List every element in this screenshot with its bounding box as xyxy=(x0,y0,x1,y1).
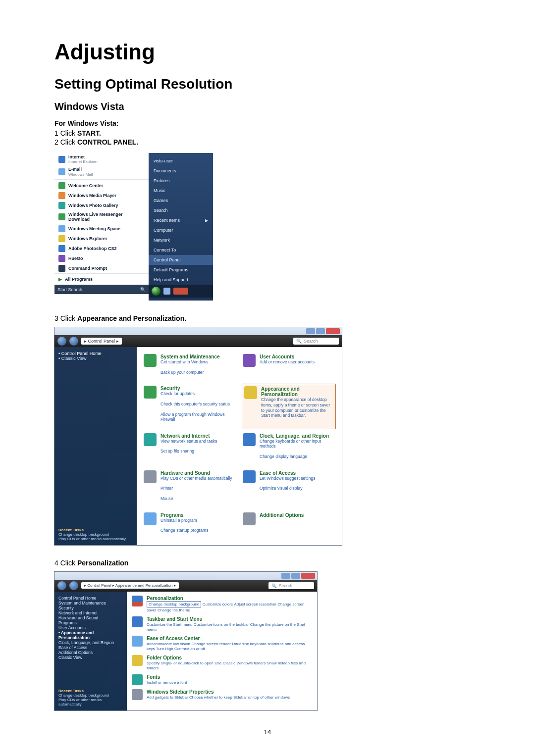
category-link[interactable]: Set up file sharing xyxy=(160,449,217,454)
start-menu-item[interactable]: Windows Explorer xyxy=(54,234,149,244)
category-link[interactable]: Play CDs or other media automatically xyxy=(160,476,232,481)
close-button[interactable] xyxy=(326,328,340,334)
start-menu-item[interactable]: Welcome Center xyxy=(54,181,149,191)
start-orb-icon[interactable] xyxy=(152,287,160,296)
appearance-category[interactable]: FontsInstall or remove a font xyxy=(132,674,312,685)
control-panel-category[interactable]: Additional Options xyxy=(242,510,336,540)
category-personalization[interactable]: PersonalizationChange desktop background… xyxy=(132,596,312,612)
start-menu-right-item[interactable]: Music xyxy=(149,186,213,196)
category-link[interactable]: Change screen reader xyxy=(191,642,231,646)
start-menu-right-item[interactable]: Recent Items▶ xyxy=(149,215,213,225)
appearance-category[interactable]: Ease of Access CenterAccommodate low vis… xyxy=(132,636,312,651)
category-link[interactable]: Get started with Windows xyxy=(160,359,219,365)
sidebar-item[interactable]: Classic View xyxy=(58,655,123,660)
sidebar-item[interactable]: • Classic View xyxy=(58,356,133,361)
sidebar-item[interactable]: Clock, Language, and Region xyxy=(58,640,123,645)
category-link[interactable]: Specify single- or double-click to open xyxy=(147,661,214,665)
sidebar-item[interactable]: Security xyxy=(58,605,123,610)
category-link[interactable]: Change the theme xyxy=(158,608,190,612)
sidebar-item[interactable]: Ease of Access xyxy=(58,645,123,650)
forward-button[interactable] xyxy=(69,337,78,346)
control-panel-category[interactable]: User AccountsAdd or remove user accounts xyxy=(242,352,336,382)
forward-button[interactable] xyxy=(69,581,78,590)
search-input[interactable]: 🔍Search xyxy=(268,582,314,589)
start-menu-right-item[interactable]: Help and Support xyxy=(149,275,213,285)
category-link[interactable]: Check this computer's security status xyxy=(160,402,236,407)
category-link[interactable]: Check for updates xyxy=(160,391,236,397)
start-menu-right-item[interactable]: Games xyxy=(149,196,213,205)
category-link[interactable]: Optimize visual display xyxy=(260,486,315,491)
category-link[interactable]: Printer xyxy=(160,486,232,491)
category-link[interactable]: Customize the Start menu xyxy=(147,622,192,627)
category-link[interactable]: View network status and tasks xyxy=(160,439,217,444)
sidebar-item[interactable]: Programs xyxy=(58,620,123,625)
recent-task-link[interactable]: Play CDs or other media automatically xyxy=(58,698,123,706)
category-link[interactable]: Uninstall a program xyxy=(160,518,208,523)
back-button[interactable] xyxy=(57,337,66,346)
control-panel-category[interactable]: Hardware and SoundPlay CDs or other medi… xyxy=(143,468,237,508)
category-link[interactable]: Back up your computer xyxy=(160,370,219,375)
start-menu-right-item[interactable]: Pictures xyxy=(149,176,213,186)
appearance-category[interactable]: Windows Sidebar PropertiesAdd gadgets to… xyxy=(132,689,312,700)
recent-task-link[interactable]: Change desktop background xyxy=(58,693,123,698)
maximize-button[interactable] xyxy=(291,573,300,579)
start-menu-right-item[interactable]: Computer xyxy=(149,225,213,235)
sidebar-item[interactable]: Hardware and Sound xyxy=(58,615,123,620)
back-button[interactable] xyxy=(57,581,66,590)
start-menu-item[interactable]: Windows Live Messenger Download xyxy=(54,210,149,224)
sidebar-item[interactable]: • Appearance and Personalization xyxy=(58,630,123,640)
breadcrumb[interactable]: ▸ Control Panel ▸ xyxy=(81,338,122,345)
category-link[interactable]: Change display language xyxy=(260,454,335,459)
minimize-button[interactable] xyxy=(281,573,290,579)
category-link[interactable]: Choose whether to keep Sidebar on top of… xyxy=(189,695,290,700)
recent-task-link[interactable]: Play CDs or other media automatically xyxy=(58,537,133,541)
start-menu-right-item[interactable]: Network xyxy=(149,235,213,245)
start-menu-item[interactable]: HueGo xyxy=(54,253,149,263)
category-link[interactable]: Adjust screen resolution xyxy=(234,602,276,606)
start-menu-right-item[interactable]: vista-user xyxy=(149,156,213,166)
sidebar-item[interactable]: Network and Internet xyxy=(58,610,123,615)
control-panel-category[interactable]: SecurityCheck for updatesCheck this comp… xyxy=(143,384,237,429)
control-panel-category[interactable]: Network and InternetView network status … xyxy=(143,431,237,466)
sidebar-item[interactable]: • Control Panel Home xyxy=(58,351,133,356)
lock-icon[interactable] xyxy=(163,288,170,295)
category-link[interactable]: Use Classic Windows folders xyxy=(214,661,266,665)
control-panel-category[interactable]: Clock, Language, and RegionChange keyboa… xyxy=(242,431,336,466)
all-programs-button[interactable]: ▶ All Programs xyxy=(54,273,149,285)
control-panel-category[interactable]: ProgramsUninstall a programChange startu… xyxy=(143,510,237,540)
breadcrumb[interactable]: ▸ Control Panel ▸ Appearance and Persona… xyxy=(81,582,179,589)
start-menu-item[interactable]: E-mailWindows Mail xyxy=(54,165,149,178)
category-link[interactable]: Customize colors xyxy=(203,602,233,606)
minimize-button[interactable] xyxy=(306,328,315,334)
category-link[interactable]: Let Windows suggest settings xyxy=(260,476,315,481)
category-link[interactable]: Turn High Contrast on or off xyxy=(156,647,205,651)
appearance-category[interactable]: Folder OptionsSpecify single- or double-… xyxy=(132,655,312,670)
category-link[interactable]: Change keyboards or other input methods xyxy=(260,439,335,449)
start-menu-item[interactable]: Windows Photo Gallery xyxy=(54,201,149,210)
start-menu-right-item[interactable]: Default Programs xyxy=(149,265,213,275)
sidebar-item[interactable]: System and Maintenance xyxy=(58,601,123,605)
sidebar-item[interactable]: Additional Options xyxy=(58,650,123,655)
control-panel-category[interactable]: System and MaintenanceGet started with W… xyxy=(143,352,237,382)
category-link[interactable]: Change the appearance of desktop items, … xyxy=(261,397,333,418)
start-menu-item[interactable]: InternetInternet Explorer xyxy=(54,153,149,165)
category-link[interactable]: Add or remove user accounts xyxy=(260,359,315,365)
start-menu-right-item[interactable]: Documents xyxy=(149,166,213,176)
sidebar-item[interactable]: User Accounts xyxy=(58,625,123,630)
category-link[interactable]: Accommodate low vision xyxy=(147,642,190,646)
category-link[interactable]: Mouse xyxy=(160,496,232,502)
category-link[interactable]: Install or remove a font xyxy=(147,680,187,685)
start-search-input[interactable]: Start Search 🔍 xyxy=(54,285,149,294)
start-menu-right-item-control-panel[interactable]: Control Panel xyxy=(149,255,213,265)
recent-task-link[interactable]: Change desktop background xyxy=(58,532,133,537)
start-menu-right-item[interactable]: Connect To xyxy=(149,245,213,255)
start-menu-item[interactable]: Windows Media Player xyxy=(54,191,149,201)
category-appearance-personalization[interactable]: Appearance and PersonalizationChange the… xyxy=(242,384,336,429)
control-panel-category[interactable]: Ease of AccessLet Windows suggest settin… xyxy=(242,468,336,508)
close-button[interactable] xyxy=(301,573,315,579)
search-input[interactable]: 🔍Search xyxy=(293,338,339,345)
start-menu-item[interactable]: Adobe Photoshop CS2 xyxy=(54,244,149,253)
category-link[interactable]: Add gadgets to Sidebar xyxy=(147,695,188,700)
category-link[interactable]: Change startup programs xyxy=(160,528,208,533)
power-button[interactable] xyxy=(173,288,188,295)
